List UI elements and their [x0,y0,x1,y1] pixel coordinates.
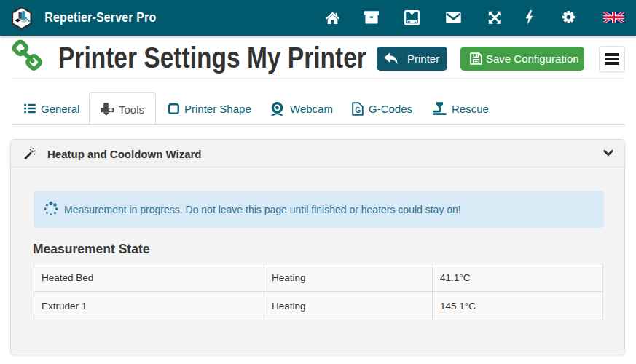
svg-text:G: G [355,106,361,114]
